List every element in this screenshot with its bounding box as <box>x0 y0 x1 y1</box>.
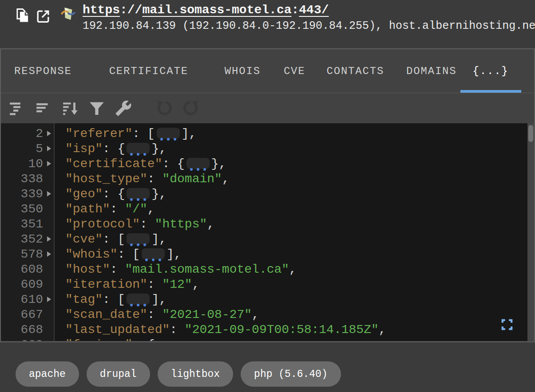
json-line-609: 609 "iteration" : "12" , <box>1 277 527 292</box>
tab-bar: RESPONSECERTIFICATEWHOISCVECONTACTSDOMAI… <box>1 49 534 93</box>
undo-button[interactable] <box>155 99 173 117</box>
json-line-338: 338 "host_type" : "domain" , <box>1 171 527 186</box>
json-comma: , <box>222 172 230 186</box>
repair-button[interactable] <box>115 99 132 117</box>
filter-icon <box>88 100 105 117</box>
tag-lightbox[interactable]: lightbox <box>158 361 233 387</box>
fold-toggle[interactable] <box>43 251 55 257</box>
collapsed-content-ellipsis[interactable] <box>127 294 150 305</box>
fold-toggle[interactable] <box>43 236 55 242</box>
ellipsis-dots-icon <box>190 168 206 171</box>
filter-button[interactable] <box>88 99 106 117</box>
line-number: 610 <box>1 293 43 306</box>
host-detail-view: https://mail.somass-motel.ca:443/ 192.19… <box>0 0 535 392</box>
json-value: "https" <box>155 217 207 231</box>
tab-label: RESPONSE <box>14 65 72 77</box>
scrollbar-thumb[interactable] <box>528 125 533 142</box>
host-heading: https://mail.somass-motel.ca:443/ 192.19… <box>83 2 535 33</box>
url-scheme: https <box>83 3 120 17</box>
json-value: "/" <box>125 202 147 216</box>
bracket-open: { <box>118 142 125 156</box>
result-panel: RESPONSECERTIFICATEWHOISCVECONTACTSDOMAI… <box>0 48 535 342</box>
ellipsis-dots-icon <box>130 243 146 246</box>
copy-button[interactable] <box>15 8 30 23</box>
collapsed-content-ellipsis[interactable] <box>127 188 150 199</box>
collapsed-content-ellipsis[interactable] <box>127 143 150 154</box>
json-key: "geo" <box>65 187 103 201</box>
redo-button[interactable] <box>182 99 200 117</box>
json-colon: : <box>170 323 185 337</box>
fold-toggle[interactable] <box>43 297 55 302</box>
tab-contacts[interactable]: CONTACTS <box>326 49 384 93</box>
url-link[interactable]: https://mail.somass-motel.ca:443/ <box>83 2 535 18</box>
compact-icon <box>35 100 52 117</box>
json-line-350: 350 "path" : "/" , <box>1 201 527 216</box>
json-colon: : <box>103 232 118 246</box>
url-port-path: 443/ <box>299 3 329 17</box>
line-number: 578 <box>1 247 43 261</box>
bracket-open: { <box>118 187 125 201</box>
line-number: 350 <box>1 202 43 216</box>
ellipsis-dots-icon <box>130 198 146 201</box>
tab-domains[interactable]: DOMAINS <box>406 49 456 93</box>
fold-arrow-icon <box>47 191 51 196</box>
tab-whois[interactable]: WHOIS <box>225 49 261 93</box>
json-line-668: 668 "last_updated" : "2021-09-09T00:58:1… <box>1 322 527 337</box>
bracket-close: }, <box>211 157 226 171</box>
fold-toggle[interactable] <box>43 131 55 136</box>
json-colon: : <box>103 293 118 306</box>
collapsed-content-ellipsis[interactable] <box>186 158 210 169</box>
line-number: 2 <box>1 127 43 141</box>
collapsed-content-ellipsis[interactable] <box>157 128 180 139</box>
json-value: "domain" <box>162 172 222 186</box>
line-number: 339 <box>1 187 43 201</box>
bracket-close: }, <box>151 187 166 201</box>
json-key: "tag" <box>65 293 103 306</box>
line-number: 5 <box>1 142 43 156</box>
fold-arrow-icon <box>47 297 51 302</box>
external-link-icon <box>36 10 50 23</box>
fold-arrow-icon <box>47 236 51 242</box>
line-number: 669 <box>1 338 43 341</box>
json-key: "isp" <box>65 142 103 156</box>
json-value: "mail.somass-motel.ca" <box>125 263 289 276</box>
bracket-open: [ <box>118 293 125 306</box>
open-external-button[interactable] <box>36 9 51 24</box>
site-favicon <box>59 5 76 22</box>
tag-label: drupal <box>100 368 137 380</box>
vertical-scrollbar <box>527 123 534 341</box>
fold-toggle[interactable] <box>43 191 55 196</box>
tag-apache[interactable]: apache <box>16 361 79 387</box>
json-colon: : <box>103 187 118 201</box>
tag-php-5.6.40[interactable]: php (5.6.40) <box>241 361 341 387</box>
json-key: "iteration" <box>65 278 147 291</box>
json-toolbar <box>1 93 534 123</box>
tab-json[interactable]: {...} <box>473 49 509 93</box>
json-key: "last_updated" <box>65 323 170 337</box>
collapsed-content-ellipsis[interactable] <box>127 233 150 244</box>
compact-button[interactable] <box>35 99 52 117</box>
json-line-667: 667 "scan_date" : "2021-08-27" , <box>1 307 527 322</box>
json-line-608: 608 "host" : "mail.somass-motel.ca" , <box>1 262 527 277</box>
fold-toggle[interactable] <box>43 161 55 166</box>
ellipsis-dots-icon <box>130 304 146 306</box>
format-button[interactable] <box>8 99 26 117</box>
collapsed-content-ellipsis[interactable] <box>142 248 165 259</box>
ellipsis-dots-icon <box>145 259 161 261</box>
json-colon: : <box>103 142 118 156</box>
tab-response[interactable]: RESPONSE <box>14 49 72 93</box>
json-key: "whois" <box>65 247 118 261</box>
fullscreen-button[interactable] <box>500 318 514 331</box>
sort-button[interactable] <box>61 99 79 117</box>
bracket-close: }, <box>151 142 166 156</box>
line-number: 609 <box>1 278 43 291</box>
json-value: "2021-09-09T00:58:14.185Z" <box>185 323 379 337</box>
json-line-5: 5 "isp" : { }, <box>1 141 527 156</box>
json-colon: : <box>118 247 133 261</box>
tab-certificate[interactable]: CERTIFICATE <box>109 49 188 93</box>
tab-cve[interactable]: CVE <box>284 49 305 93</box>
json-line-339: 339 "geo" : { }, <box>1 186 527 201</box>
technology-tags: apachedrupallightboxphp (5.6.40) <box>16 361 341 387</box>
fold-toggle[interactable] <box>43 146 55 151</box>
tag-drupal[interactable]: drupal <box>87 361 150 387</box>
